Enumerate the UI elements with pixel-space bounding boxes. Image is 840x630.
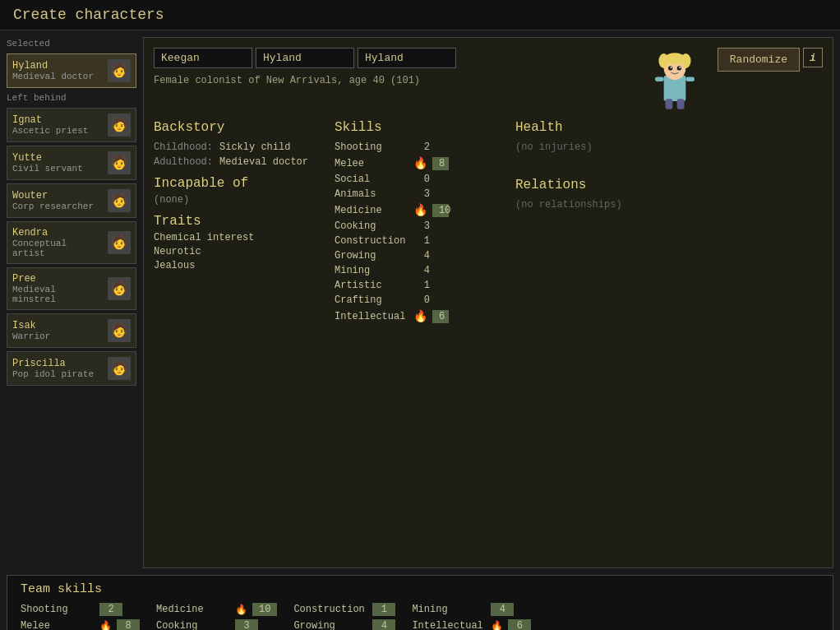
skill-value: 4	[413, 250, 430, 262]
char-name: Hyland	[12, 60, 103, 72]
skill-value: 2	[413, 141, 430, 153]
skill-crafting: Crafting 0	[335, 294, 499, 306]
flame-icon: 🔥	[413, 203, 427, 217]
skills-section: Skills Shooting 2 Melee 🔥 8 Social 0 Ani…	[335, 120, 499, 558]
team-skill-name: Growing	[293, 620, 367, 630]
avatar: 🧑	[108, 151, 131, 174]
childhood-label: Childhood:	[154, 141, 213, 153]
skill-value: 3	[413, 188, 430, 200]
health-title: Health	[515, 120, 663, 135]
skills-title: Skills	[335, 120, 499, 135]
skill-name: Social	[335, 174, 408, 185]
char-role: Civil servant	[12, 164, 103, 174]
svg-point-6	[676, 66, 681, 70]
skill-intellectual: Intellectual 🔥 6	[335, 309, 499, 323]
team-skill-badge: 10	[252, 603, 277, 616]
char-wouter[interactable]: Wouter Corp researcher 🧑	[7, 183, 136, 218]
team-skill-shooting: Shooting 2	[21, 603, 140, 616]
char-role: Pop idol pirate	[12, 369, 103, 379]
skill-name: Construction	[335, 235, 408, 247]
team-skill-badge: 2	[99, 603, 122, 616]
flame-icon: 🔥	[491, 620, 503, 631]
skill-artistic: Artistic 1	[335, 280, 499, 291]
first-name-input[interactable]	[154, 48, 252, 68]
char-role: Warrior	[12, 331, 103, 341]
char-description: Female colonist of New Arrivals, age 40 …	[154, 75, 632, 86]
adulthood-label: Adulthood:	[154, 156, 213, 168]
svg-rect-9	[655, 77, 664, 81]
team-skills-area: Team skills Shooting 2 Melee 🔥 8 Medicin…	[7, 575, 833, 630]
skill-value: 3	[413, 220, 430, 232]
backstory-section: Backstory Childhood: Sickly child Adulth…	[154, 120, 318, 558]
selected-character-hyland[interactable]: Hyland Medieval doctor 🧑	[7, 53, 136, 88]
skill-value: 0	[413, 294, 430, 306]
randomize-button[interactable]: Randomize	[718, 48, 800, 72]
svg-point-4	[664, 53, 685, 64]
traits-title: Traits	[154, 214, 318, 229]
team-skill-cooking: Cooking 3	[156, 619, 277, 630]
avatar: 🧑	[108, 277, 131, 300]
char-name: Isak	[12, 320, 103, 331]
sidebar: Selected Hyland Medieval doctor 🧑 Left b…	[7, 37, 136, 568]
svg-rect-12	[676, 99, 684, 109]
char-yutte[interactable]: Yutte Civil servant 🧑	[7, 146, 136, 180]
left-behind-label: Left behind	[7, 91, 136, 104]
avatar: 🧑	[108, 59, 131, 82]
avatar: 🧑	[108, 319, 131, 342]
title-bar: Create characters	[0, 0, 840, 30]
trait-jealous: Jealous	[154, 260, 318, 271]
team-skill-name: Cooking	[156, 620, 230, 630]
team-skill-name: Construction	[293, 604, 367, 615]
flame-icon: 🔥	[413, 309, 427, 323]
skill-name: Intellectual	[335, 311, 408, 322]
last-name-input[interactable]	[358, 48, 456, 68]
content-area: Female colonist of New Arrivals, age 40 …	[143, 37, 833, 568]
team-skill-badge: 4	[491, 603, 514, 616]
middle-name-input[interactable]	[256, 48, 354, 68]
skill-construction: Construction 1	[335, 235, 499, 247]
skill-animals: Animals 3	[335, 188, 499, 200]
team-skill-badge: 4	[372, 619, 395, 630]
team-skill-badge: 6	[508, 619, 531, 630]
char-name: Kendra	[12, 227, 103, 239]
skill-social: Social 0	[335, 174, 499, 185]
skill-name: Artistic	[335, 280, 408, 291]
svg-rect-10	[685, 77, 695, 81]
adulthood-value: Medieval doctor	[219, 156, 308, 168]
avatar: 🧑	[108, 231, 131, 254]
team-skill-construction: Construction 1	[293, 603, 395, 616]
backstory-title: Backstory	[154, 120, 318, 135]
char-ignat[interactable]: Ignat Ascetic priest 🧑	[7, 108, 136, 142]
team-skill-medicine: Medicine 🔥 10	[156, 603, 277, 616]
childhood-value: Sickly child	[219, 141, 290, 153]
svg-rect-11	[665, 99, 672, 109]
team-skill-name: Medicine	[156, 604, 230, 615]
skill-name: Shooting	[335, 141, 408, 153]
skill-name: Growing	[335, 250, 408, 262]
skill-value: 0	[413, 174, 430, 185]
team-skill-name: Mining	[412, 604, 486, 615]
char-name: Ignat	[12, 114, 103, 126]
char-name: Priscilla	[12, 358, 103, 369]
char-kendra[interactable]: Kendra Conceptual artist 🧑	[7, 221, 136, 264]
char-isak[interactable]: Isak Warrior 🧑	[7, 313, 136, 348]
team-skill-growing: Growing 4	[293, 619, 395, 630]
skill-value: 8	[432, 157, 449, 170]
skill-value: 1	[413, 235, 430, 247]
team-skill-badge: 3	[235, 619, 258, 630]
avatar: 🧑	[108, 113, 131, 137]
team-skill-melee: Melee 🔥 8	[21, 619, 140, 630]
no-relations: (no relationships)	[515, 199, 663, 211]
skill-value: 1	[413, 280, 430, 291]
char-role: Medieval doctor	[12, 72, 103, 81]
skill-value: 4	[413, 265, 430, 276]
trait-neurotic: Neurotic	[154, 246, 318, 257]
info-button[interactable]: i	[803, 48, 823, 67]
char-pree[interactable]: Pree Medieval minstrel 🧑	[7, 267, 136, 310]
skill-medicine: Medicine 🔥 10	[335, 203, 499, 217]
skill-name: Animals	[335, 188, 408, 200]
skill-name: Mining	[335, 265, 408, 276]
char-priscilla[interactable]: Priscilla Pop idol pirate 🧑	[7, 351, 136, 386]
char-role: Corp researcher	[12, 202, 103, 211]
team-skill-badge: 1	[372, 603, 395, 616]
